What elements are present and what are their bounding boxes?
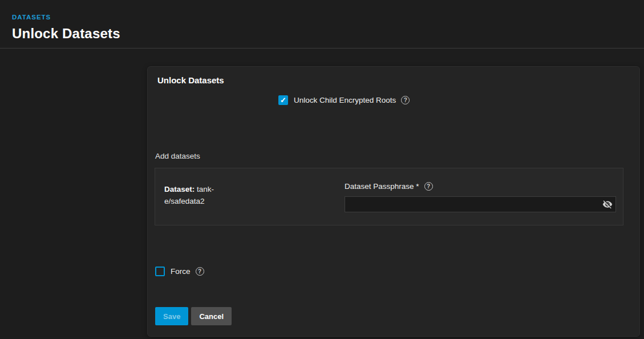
add-datasets-label: Add datasets xyxy=(155,152,200,160)
dataset-panel: Dataset: tank-e/safedata2 Dataset Passph… xyxy=(155,168,623,225)
page-title: Unlock Datasets xyxy=(12,26,644,42)
cancel-button[interactable]: Cancel xyxy=(191,307,232,325)
unlock-child-label: Unlock Child Encrypted Roots xyxy=(294,96,396,104)
help-icon[interactable]: ? xyxy=(424,182,433,191)
breadcrumb[interactable]: DATASETS xyxy=(12,14,51,21)
help-icon[interactable]: ? xyxy=(196,267,204,276)
passphrase-input-wrap xyxy=(345,196,616,212)
check-icon: ✓ xyxy=(280,96,286,104)
button-row: Save Cancel xyxy=(155,307,232,325)
help-icon[interactable]: ? xyxy=(401,96,410,104)
passphrase-label-row: Dataset Passphrase * ? xyxy=(345,182,616,191)
checkbox-box[interactable]: ✓ xyxy=(278,95,288,105)
passphrase-label: Dataset Passphrase * xyxy=(345,182,419,191)
card-title: Unlock Datasets xyxy=(157,75,224,85)
toggle-password-visibility-icon[interactable] xyxy=(602,199,613,209)
page-header: DATASETS Unlock Datasets xyxy=(0,0,644,49)
passphrase-input[interactable] xyxy=(345,196,616,212)
dataset-info: Dataset: tank-e/safedata2 xyxy=(164,183,226,207)
force-label: Force xyxy=(171,267,191,276)
unlock-child-encrypted-roots-checkbox[interactable]: ✓ Unlock Child Encrypted Roots ? xyxy=(278,95,410,105)
passphrase-column: Dataset Passphrase * ? xyxy=(345,182,616,212)
checkbox-box[interactable]: ✓ xyxy=(155,267,165,276)
dataset-label: Dataset: xyxy=(164,185,195,193)
unlock-datasets-card: Unlock Datasets ✓ Unlock Child Encrypted… xyxy=(147,66,640,337)
save-button[interactable]: Save xyxy=(155,307,188,325)
force-checkbox[interactable]: ✓ Force ? xyxy=(155,267,204,276)
